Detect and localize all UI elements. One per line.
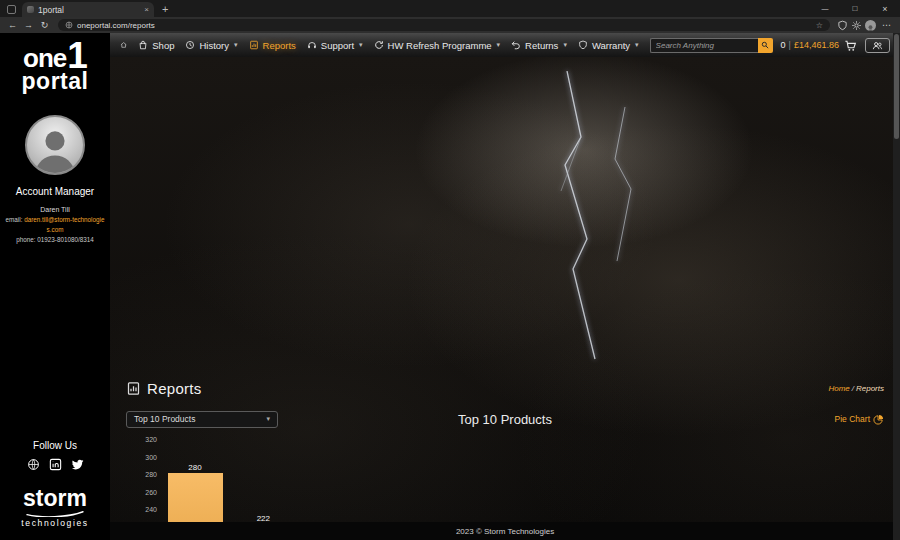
address-bar[interactable]: oneportal.com/reports ☆ [58, 19, 830, 31]
nav-right: 0 | £14,461.86 [650, 38, 890, 53]
refresh-button[interactable]: ↻ [38, 20, 51, 30]
minimize-button[interactable]: — [810, 0, 840, 17]
linkedin-icon[interactable] [49, 458, 62, 471]
email-link[interactable]: daren.till@storm-technologies.com [24, 216, 104, 233]
browser-profile-avatar[interactable] [865, 20, 876, 31]
new-tab-button[interactable]: + [162, 3, 168, 15]
footer-text: 2023 © Storm Technologies [456, 527, 554, 536]
person-silhouette-icon [29, 123, 81, 173]
nav-item-reports[interactable]: Reports [249, 40, 296, 51]
phone-label: phone: [16, 236, 35, 243]
y-tick-label: 240 [145, 506, 157, 513]
social-links [27, 458, 84, 471]
page-header: Reports Home/Reports [110, 371, 900, 397]
search-icon [761, 41, 769, 49]
breadcrumb-current: Reports [856, 384, 884, 393]
pie-chart-link[interactable]: Pie Chart [835, 414, 884, 425]
phone-value: 01923-801080/8314 [37, 236, 93, 243]
hw-refresh-programme-icon [374, 40, 384, 50]
browser-settings-icon[interactable] [851, 20, 862, 31]
bar-value: 222 [257, 514, 270, 522]
reports-icon [249, 40, 259, 50]
browser-window: 1portal × + — □ × ← → ↻ oneportal.com/re… [0, 0, 900, 540]
warranty-icon [578, 40, 588, 50]
bar-chart: 0204060801001201401601802002202402602803… [110, 439, 840, 522]
account-manager-title: Account Manager [16, 186, 94, 197]
back-button[interactable]: ← [6, 20, 19, 30]
brand-word-technologies: technologies [21, 518, 88, 528]
nav-item-history[interactable]: History▾ [185, 40, 237, 51]
search-button[interactable] [758, 38, 773, 53]
email-label: email: [6, 216, 23, 223]
nav-item-hw-refresh-programme[interactable]: HW Refresh Programme▾ [374, 40, 501, 51]
maximize-button[interactable]: □ [840, 0, 870, 17]
chevron-down-icon: ▾ [234, 41, 238, 49]
site-globe-icon [65, 21, 73, 29]
page-title: Reports [147, 380, 202, 397]
oneportal-logo[interactable]: one1 portal [22, 40, 89, 93]
nav-item-warranty[interactable]: Warranty▾ [578, 40, 639, 51]
cart-icon [844, 39, 857, 52]
y-tick-label: 260 [145, 488, 157, 495]
scrollbar-thumb[interactable] [894, 34, 899, 139]
breadcrumb: Home/Reports [828, 384, 884, 393]
support-icon [307, 40, 317, 50]
reports-page: Reports Home/Reports Top 10 Products ▾ T… [110, 57, 900, 522]
y-tick-label: 280 [145, 471, 157, 478]
chevron-down-icon: ▾ [497, 41, 501, 49]
cart-button[interactable]: 0 | £14,461.86 [781, 39, 857, 52]
chevron-down-icon: ▾ [635, 41, 639, 49]
chevron-down-icon: ▾ [266, 415, 270, 423]
account-button[interactable] [865, 38, 890, 53]
bar-plot: 280222187147575041383527 [165, 439, 840, 522]
tab-title: 1portal [38, 5, 140, 15]
reports-icon [126, 381, 141, 396]
cart-count: 0 [781, 40, 786, 50]
y-axis: 0204060801001201401601802002202402602803… [110, 439, 165, 522]
chevron-down-icon: ▾ [563, 41, 567, 49]
main-nav: ShopHistory▾ReportsSupport▾HW Refresh Pr… [138, 40, 638, 51]
browser-shield-icon[interactable] [837, 20, 848, 31]
browser-tabstrip: 1portal × + — □ × [0, 0, 900, 17]
url-text: oneportal.com/reports [77, 21, 812, 30]
cart-total: £14,461.86 [794, 40, 839, 50]
favorite-star-icon[interactable]: ☆ [816, 21, 823, 30]
forward-button[interactable]: → [22, 20, 35, 30]
y-tick-label: 320 [145, 436, 157, 443]
follow-us-label: Follow Us [33, 440, 77, 451]
report-type-value: Top 10 Products [134, 414, 195, 424]
storm-technologies-logo: storm technologies [21, 487, 88, 528]
browser-tab[interactable]: 1portal × [22, 2, 154, 17]
close-button[interactable]: × [870, 0, 900, 17]
website-globe-icon[interactable] [27, 458, 40, 471]
top-nav: ShopHistory▾ReportsSupport▾HW Refresh Pr… [110, 33, 900, 57]
home-icon[interactable] [120, 39, 127, 51]
cart-separator: | [789, 40, 791, 50]
nav-item-support[interactable]: Support▾ [307, 40, 363, 51]
browser-toolbar: ← → ↻ oneportal.com/reports ☆ ⋯ [0, 17, 900, 33]
brand-swoosh [23, 510, 87, 517]
bar-value: 280 [188, 463, 201, 472]
returns-icon [511, 40, 521, 50]
app-body: one1 portal Account Manager Daren Till e… [0, 33, 900, 540]
bar-rect [168, 473, 223, 522]
tab-favicon-icon [27, 6, 34, 13]
bar-1[interactable]: 280 [165, 463, 225, 522]
scrollbar[interactable] [893, 33, 900, 540]
nav-item-shop[interactable]: Shop [138, 40, 174, 51]
account-manager-name: Daren Till [40, 206, 70, 213]
browser-menu-icon[interactable]: ⋯ [879, 20, 894, 30]
breadcrumb-home-link[interactable]: Home [828, 384, 849, 393]
search-box [650, 38, 773, 53]
nav-item-returns[interactable]: Returns▾ [511, 40, 567, 51]
y-tick-label: 300 [145, 453, 157, 460]
search-input[interactable] [650, 38, 758, 53]
content-column: ShopHistory▾ReportsSupport▾HW Refresh Pr… [110, 33, 900, 540]
bar-2[interactable]: 222 [233, 514, 293, 522]
plot-column: 280222187147575041383527 1.Items tested … [165, 439, 840, 522]
report-type-select[interactable]: Top 10 Products ▾ [126, 411, 278, 428]
tab-activity-icon[interactable] [7, 5, 16, 14]
twitter-icon[interactable] [71, 458, 84, 471]
tab-close-icon[interactable]: × [144, 5, 149, 14]
sidebar: one1 portal Account Manager Daren Till e… [0, 33, 110, 540]
